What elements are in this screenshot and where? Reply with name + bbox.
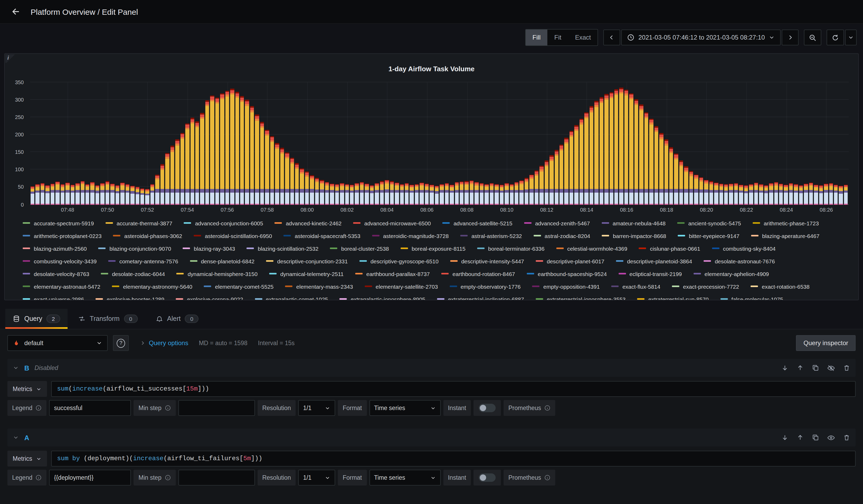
query-options-toggle[interactable]: Query options	[139, 339, 188, 347]
panel-info-corner-icon[interactable]: i	[5, 54, 16, 63]
legend-item[interactable]: ecliptical-transit-2199	[618, 270, 682, 277]
delete-query-button[interactable]	[843, 434, 850, 441]
legend-item[interactable]: barren-impactor-8668	[602, 232, 666, 239]
legend-item[interactable]: extraterrestrial-ionosphere-3553	[536, 295, 626, 300]
legend-item[interactable]: combusting-velocity-3439	[23, 257, 97, 265]
instant-toggle[interactable]	[479, 474, 496, 482]
legend-item[interactable]: advanced-satellite-5215	[442, 219, 512, 227]
legend-item[interactable]: elementary-astronomy-5640	[112, 282, 192, 290]
toggle-query-visibility-button[interactable]	[827, 433, 835, 441]
format-select[interactable]: Time series	[369, 470, 440, 486]
legend-item[interactable]: descriptive-intensity-5447	[450, 257, 524, 265]
legend-item[interactable]: cometary-antenna-7576	[108, 257, 178, 265]
metrics-dropdown[interactable]: Metrics	[8, 381, 47, 397]
duplicate-query-button[interactable]	[812, 364, 819, 371]
delete-query-button[interactable]	[843, 364, 850, 371]
time-shift-back-button[interactable]	[603, 29, 621, 46]
query-a-expression[interactable]: sum by (deployment)(increase(airflow_ti_…	[51, 451, 855, 467]
zoom-out-button[interactable]	[804, 29, 821, 46]
legend-item[interactable]: boreal-cluster-2538	[330, 244, 389, 252]
query-b-header[interactable]: B Disabled	[8, 359, 855, 377]
legend-item[interactable]: astral-zodiac-8204	[534, 232, 590, 239]
metrics-dropdown[interactable]: Metrics	[8, 451, 47, 467]
resolution-select[interactable]: 1/1	[298, 470, 335, 486]
move-query-up-button[interactable]	[797, 434, 804, 441]
instant-toggle[interactable]	[479, 404, 496, 412]
tab-query[interactable]: Query 2	[5, 309, 67, 329]
legend-item[interactable]: combusting-sky-8404	[712, 244, 776, 252]
legend-item[interactable]: asteroidic-magnitude-3728	[372, 232, 449, 239]
legend-item[interactable]: arithmetic-protoplanet-0223	[23, 232, 102, 239]
legend-item[interactable]: ancient-synodic-5475	[677, 219, 741, 227]
legend-item[interactable]: boreal-exposure-8115	[401, 244, 465, 252]
datasource-help-button[interactable]: ?	[113, 335, 129, 351]
fit-option-fill[interactable]: Fill	[526, 29, 548, 46]
time-range-picker[interactable]: 2021-03-05 07:46:12 to 2021-03-05 08:27:…	[622, 29, 781, 46]
legend-format-input[interactable]	[49, 400, 131, 416]
tab-transform[interactable]: Transform 0	[71, 309, 145, 329]
move-query-up-button[interactable]	[797, 364, 804, 371]
legend-item[interactable]: elementary-satellite-2703	[364, 282, 438, 290]
legend-item[interactable]: blazing-scintillation-2532	[247, 244, 318, 252]
legend-item[interactable]: descriptive-gyroscope-6510	[360, 257, 439, 265]
legend-item[interactable]: elementary-aphelion-4909	[693, 270, 769, 277]
legend-item[interactable]: extragalactic-comet-1025	[255, 295, 328, 300]
legend-item[interactable]: elementary-mass-2343	[285, 282, 353, 290]
legend-item[interactable]: descriptive-planetoid-3864	[616, 257, 692, 265]
legend-item[interactable]: earthbound-parallax-8737	[355, 270, 430, 277]
toggle-query-visibility-button[interactable]	[827, 364, 835, 372]
format-select[interactable]: Time series	[369, 400, 440, 416]
legend-item[interactable]: cislunar-phase-0661	[639, 244, 700, 252]
legend-item[interactable]: exact-universe-2986	[23, 295, 84, 300]
legend-item[interactable]: exact-flux-5814	[611, 282, 660, 290]
legend-item[interactable]: astral-asterism-5232	[460, 232, 522, 239]
legend-item[interactable]: dynamical-telemetry-2511	[269, 270, 343, 277]
legend-item[interactable]: accurate-thermal-3877	[105, 219, 172, 227]
legend-item[interactable]: descriptive-conjunction-2331	[266, 257, 348, 265]
legend-item[interactable]: explosive-booster-1289	[96, 295, 164, 300]
move-query-down-button[interactable]	[781, 434, 789, 441]
legend-item[interactable]: advanced-conjunction-6005	[184, 219, 263, 227]
refresh-interval-dropdown[interactable]	[845, 29, 857, 46]
legend-item[interactable]: earthbound-rotation-8467	[441, 270, 515, 277]
legend-item[interactable]: exact-rotation-6538	[751, 282, 810, 290]
fit-option-exact[interactable]: Exact	[568, 29, 598, 46]
datasource-picker[interactable]: default	[8, 335, 108, 351]
fit-option-fit[interactable]: Fit	[547, 29, 568, 46]
legend-item[interactable]: blazing-conjunction-9070	[98, 244, 171, 252]
legend-item[interactable]: boreal-terminator-6336	[477, 244, 545, 252]
legend-item[interactable]: extraterrestrial-sun-8570	[637, 295, 709, 300]
legend-item[interactable]: celestial-wormhole-4369	[556, 244, 627, 252]
resolution-select[interactable]: 1/1	[298, 400, 335, 416]
legend-item[interactable]: exact-precession-7722	[672, 282, 739, 290]
legend-item[interactable]: amateur-nebula-4648	[601, 219, 666, 227]
legend-item[interactable]: accurate-spectrum-5919	[23, 219, 94, 227]
tab-alert[interactable]: Alert 0	[148, 309, 206, 329]
time-shift-forward-button[interactable]	[782, 29, 799, 46]
legend-item[interactable]: empty-opposition-4391	[532, 282, 600, 290]
legend-item[interactable]: asteroidal-spacecraft-5353	[284, 232, 361, 239]
legend-item[interactable]: elementary-astronaut-5472	[23, 282, 100, 290]
legend-item[interactable]: extraterrestrial-inclination-6887	[437, 295, 524, 300]
legend-item[interactable]: earthbound-spaceship-9524	[527, 270, 607, 277]
legend-item[interactable]: explosive-corona-9022	[176, 295, 243, 300]
legend-item[interactable]: desolate-astronaut-7676	[704, 257, 775, 265]
legend-item[interactable]: advanced-zenith-5467	[524, 219, 590, 227]
legend-item[interactable]: bitter-eyepiece-9147	[678, 232, 739, 239]
legend-item[interactable]: elementary-comet-5525	[204, 282, 274, 290]
legend-item[interactable]: asteroidal-phases-3062	[113, 232, 183, 239]
legend-item[interactable]: arithmetic-phase-1723	[753, 219, 819, 227]
refresh-button[interactable]	[827, 29, 844, 46]
legend-item[interactable]: advanced-microwave-6500	[353, 219, 431, 227]
query-a-header[interactable]: A	[8, 429, 855, 446]
legend-item[interactable]: empty-observatory-1776	[449, 282, 521, 290]
duplicate-query-button[interactable]	[812, 434, 819, 441]
query-inspector-button[interactable]: Query inspector	[796, 335, 855, 351]
min-step-input[interactable]	[178, 400, 255, 416]
legend-item[interactable]: extragalactic-ionosphere-8905	[340, 295, 425, 300]
move-query-down-button[interactable]	[781, 364, 789, 371]
legend-item[interactable]: blazing-azimuth-2560	[23, 244, 87, 252]
legend-item[interactable]: desolate-velocity-8763	[23, 270, 89, 277]
legend-item[interactable]: false-molecular-1075	[720, 295, 783, 300]
legend-item[interactable]: dense-planetoid-6842	[190, 257, 254, 265]
